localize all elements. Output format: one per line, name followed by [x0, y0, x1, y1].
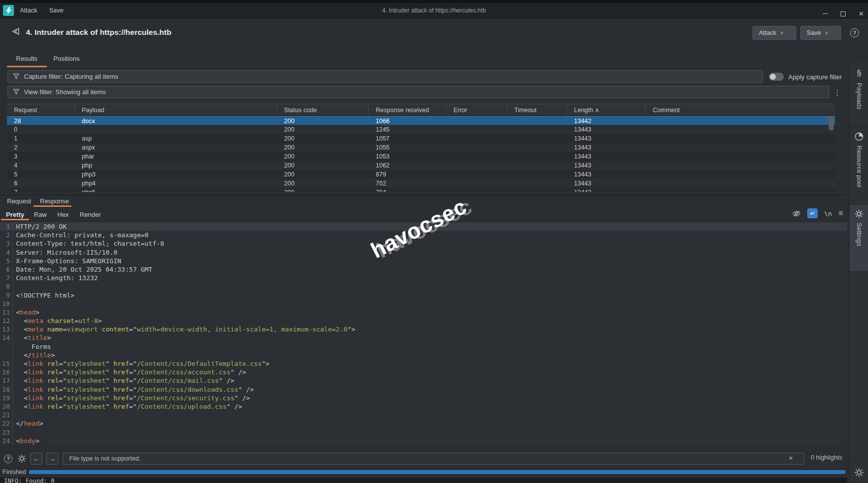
search-settings-gear-icon[interactable]	[17, 454, 26, 463]
cell-length: 13443	[567, 152, 646, 161]
cell-request: 6	[7, 179, 75, 188]
window-title: 4. Intruder attack of https://hercules.h…	[0, 7, 868, 14]
view-filter-bar[interactable]: View filter: Showing all items	[7, 86, 829, 98]
clear-search-icon[interactable]: ×	[789, 454, 793, 462]
code-line: 6Date: Mon, 20 Oct 2025 04:33:57 GMT	[0, 265, 847, 274]
column-header-request[interactable]: Request	[7, 104, 75, 116]
search-bar: ? ← →	[0, 450, 847, 467]
cell-response_received: 879	[369, 170, 446, 179]
word-wrap-icon[interactable]: ↵	[807, 208, 818, 218]
cell-status_code: 200	[277, 152, 369, 161]
cell-comment	[646, 161, 833, 170]
table-row[interactable]: 1asp200105713443	[7, 134, 835, 143]
code-line: Forms	[0, 342, 847, 351]
attack-button[interactable]: Attack ∨	[752, 26, 796, 40]
cell-length: 13443	[567, 188, 646, 192]
tab-pretty[interactable]: Pretty	[6, 211, 24, 218]
hide-eye-icon[interactable]	[792, 210, 801, 217]
response-code-area[interactable]: 1HTTP/2 200 OK2Cache-Control: private, s…	[0, 222, 847, 445]
prev-match-button[interactable]: ←	[30, 453, 42, 465]
cell-payload: php3	[75, 170, 277, 179]
tab-response[interactable]: Response	[40, 197, 69, 205]
column-header-status-code[interactable]: Status code	[277, 104, 369, 116]
close-icon[interactable]: ✕	[859, 10, 864, 17]
view-filter-label: View filter: Showing all items	[24, 88, 106, 96]
tab-request[interactable]: Request	[7, 197, 31, 205]
cell-response_received: 1057	[369, 134, 446, 143]
cell-length: 13443	[567, 143, 646, 152]
capture-filter-bar[interactable]: Capture filter: Capturing all items	[7, 70, 763, 83]
chevron-down-icon: ∨	[825, 30, 829, 35]
kebab-menu-icon[interactable]: ⋮	[834, 88, 841, 97]
table-row[interactable]: 2aspx200105513443	[7, 143, 835, 152]
cell-timeout	[507, 161, 567, 170]
cell-length: 13443	[567, 170, 646, 179]
column-header-payload[interactable]: Payload	[75, 104, 277, 116]
table-row[interactable]: 5php320087913443	[7, 170, 835, 179]
line-number: 17	[0, 376, 13, 385]
cell-response_received: 704	[369, 188, 446, 192]
save-button[interactable]: Save ∨	[800, 26, 841, 40]
table-row[interactable]: 7php520070413443	[7, 188, 835, 192]
back-arrow-icon[interactable]	[11, 26, 21, 36]
tab-raw[interactable]: Raw	[34, 211, 47, 218]
column-header-error[interactable]: Error	[446, 104, 507, 116]
apply-capture-filter-toggle[interactable]	[769, 73, 784, 81]
sidebar-tab-label: Payloads	[856, 83, 863, 109]
cell-timeout	[507, 170, 567, 179]
status-row: Finished	[0, 468, 847, 478]
gear-icon	[855, 209, 864, 218]
sidebar: § Payloads Resource pool Settings	[849, 61, 868, 483]
line-number: 19	[0, 394, 13, 402]
help-icon[interactable]: ?	[850, 28, 859, 37]
minimize-icon[interactable]	[823, 13, 828, 14]
hamburger-menu-icon[interactable]: ≡	[839, 209, 843, 218]
menu-save[interactable]: Save	[43, 3, 70, 18]
table-row[interactable]: 3phar200105313443	[7, 152, 835, 161]
cell-payload: docx	[75, 117, 277, 125]
sidebar-tab-payloads[interactable]: § Payloads	[850, 68, 868, 109]
code-line: 22</head>	[0, 419, 847, 428]
tab-hex[interactable]: Hex	[57, 211, 69, 218]
cell-status_code: 200	[277, 188, 369, 192]
cell-comment	[646, 170, 833, 179]
next-match-button[interactable]: →	[46, 453, 58, 465]
tab-render[interactable]: Render	[80, 211, 101, 218]
column-header-length[interactable]: Length ∧	[567, 104, 646, 116]
search-help-icon[interactable]: ?	[4, 455, 12, 463]
active-tab-underline	[1, 219, 29, 220]
tab-results[interactable]: Results	[16, 55, 37, 62]
maximize-icon[interactable]	[841, 11, 846, 16]
code-line: 8	[0, 282, 847, 291]
cell-timeout	[507, 134, 567, 143]
sidebar-tab-resource-pool[interactable]: Resource pool	[850, 132, 868, 187]
menu-attack[interactable]: Attack	[14, 3, 43, 18]
table-row[interactable]: 0200124513443	[7, 125, 835, 134]
tab-positions[interactable]: Positions	[53, 55, 80, 62]
save-button-label: Save	[807, 29, 821, 36]
code-line: 3Content-Type: text/html; charset=utf-8	[0, 239, 847, 248]
cell-error	[446, 152, 507, 161]
cell-status_code: 200	[277, 161, 369, 170]
resource-pool-icon	[855, 132, 864, 141]
table-row[interactable]: 6php420070213443	[7, 179, 835, 188]
newline-icon[interactable]: \n	[824, 210, 832, 217]
table-row[interactable]: 4php200106213443	[7, 161, 835, 170]
column-header-response-received[interactable]: Response received	[369, 104, 446, 116]
filter-funnel-icon	[13, 89, 19, 95]
cell-payload	[75, 125, 277, 134]
table-row[interactable]: 28docx200106613442	[7, 116, 835, 125]
line-number: 11	[0, 308, 13, 317]
sidebar-tab-settings[interactable]: Settings	[850, 204, 868, 272]
code-line: 14 <title>	[0, 333, 847, 342]
cell-payload: phar	[75, 152, 277, 161]
column-header-comment[interactable]: Comment	[646, 104, 833, 116]
search-input[interactable]	[63, 453, 804, 465]
settings-gear-icon[interactable]	[854, 468, 864, 478]
sidebar-tab-label: Resource pool	[856, 146, 863, 187]
table-scrollbar[interactable]	[829, 117, 834, 131]
line-number: 4	[0, 248, 13, 257]
column-header-timeout[interactable]: Timeout	[507, 104, 567, 116]
cell-payload: php4	[75, 179, 277, 188]
line-number	[0, 342, 13, 351]
